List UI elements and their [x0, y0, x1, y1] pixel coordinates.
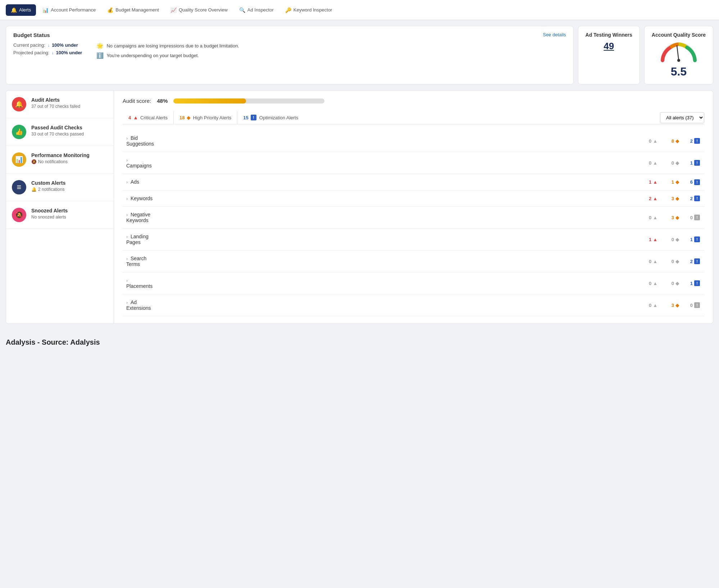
chevron-right-icon: ›: [126, 158, 129, 163]
source-text: Adalysis - Source: Adalysis: [0, 330, 719, 355]
diamond-orange-icon: ◆: [675, 179, 679, 185]
row-label: Bid Suggestions: [126, 135, 154, 147]
optimization-count-cell: 2 !: [690, 258, 701, 264]
current-pacing-value: 100% under: [52, 42, 78, 48]
optimization-count-cell: 1 !: [690, 280, 701, 286]
filter-critical[interactable]: 4 ▲ Critical Alerts: [123, 111, 174, 124]
snoozed-alerts-title: Snoozed Alerts: [31, 208, 68, 213]
triangle-gray-icon: ▲: [653, 160, 657, 166]
triangle-red-icon: ▲: [653, 237, 657, 242]
audit-progress-bar: [173, 98, 324, 104]
see-details-link[interactable]: See details: [543, 32, 566, 37]
optimization-badge-icon: !: [251, 115, 256, 120]
high-count-cell: 0 ◆: [672, 237, 679, 242]
triangle-red-icon: ▲: [653, 179, 657, 185]
sidebar-item-audit-alerts[interactable]: 🔔 Audit Alerts 37 out of 70 checks faile…: [6, 91, 114, 118]
chevron-right-icon: ›: [126, 136, 129, 141]
info-icon: ℹ️: [96, 52, 104, 59]
tab-keyword-inspector[interactable]: 🔑 Keyword Inspector: [280, 4, 337, 16]
opt-badge-icon: !: [694, 138, 700, 144]
tab-quality-score[interactable]: 📈 Quality Score Overview: [165, 4, 233, 16]
diamond-gray-icon: ◆: [675, 281, 679, 286]
passed-audit-title: Passed Audit Checks: [31, 125, 84, 130]
projected-pacing-value: 100% under: [56, 50, 82, 55]
tab-budget-management[interactable]: 💰 Budget Management: [102, 4, 164, 16]
table-row[interactable]: › Search Terms0 ▲0 ◆2 !: [123, 251, 704, 272]
audit-alerts-title: Audit Alerts: [31, 97, 80, 103]
triangle-gray-icon: ▲: [653, 303, 657, 308]
filter-optimization[interactable]: 15 ! Optimization Alerts: [237, 111, 304, 124]
quality-score-title: Account Quality Score: [652, 32, 706, 38]
high-count-cell: 0 ◆: [672, 259, 679, 264]
optimization-count-cell: 0 !: [690, 302, 701, 308]
optimization-count-cell: 6 !: [690, 179, 701, 185]
table-row[interactable]: › Keywords2 ▲3 ◆2 !: [123, 190, 704, 207]
row-label: Search Terms: [126, 256, 146, 267]
custom-alerts-subtitle: 🔔 2 notifications: [31, 187, 65, 192]
audit-progress-fill: [173, 98, 246, 104]
budget-card-header: Budget Status See details: [13, 32, 566, 38]
budget-icon: 💰: [107, 7, 113, 13]
performance-monitoring-title: Performance Monitoring: [31, 152, 90, 158]
chevron-right-icon: ›: [126, 234, 129, 239]
audit-score-value: 48%: [157, 98, 168, 104]
tab-quality-score-label: Quality Score Overview: [179, 7, 228, 13]
optimization-count-cell: 2 !: [690, 138, 701, 144]
triangle-red-icon: ▲: [653, 196, 657, 201]
diamond-gray-icon: ◆: [675, 237, 679, 242]
performance-monitoring-subtitle: 🔕 No notifications: [31, 159, 90, 164]
audit-alerts-icon: 🔔: [12, 97, 26, 111]
optimization-count: 15: [243, 115, 248, 120]
table-row[interactable]: › Ad Extensions0 ▲3 ◆0 !: [123, 294, 704, 316]
critical-triangle-icon: ▲: [133, 115, 138, 120]
sidebar-item-custom-alerts[interactable]: ≡ Custom Alerts 🔔 2 notifications: [6, 174, 114, 201]
audit-table: › Bid Suggestions0 ▲8 ◆2 !› Campaigns0 ▲…: [123, 130, 704, 316]
optimization-label: Optimization Alerts: [259, 115, 298, 120]
budget-note-2-text: You're underspending on your target budg…: [106, 53, 199, 58]
triangle-gray-icon: ▲: [653, 215, 657, 220]
table-row[interactable]: › Placements0 ▲0 ◆1 !: [123, 272, 704, 294]
projected-pacing-arrow-icon: ↓: [51, 50, 54, 55]
tab-ad-inspector-label: Ad Inspector: [247, 7, 274, 13]
tab-account-performance[interactable]: 📊 Account Performance: [37, 4, 101, 16]
critical-count-cell: 0 ▲: [649, 281, 657, 286]
diamond-gray-icon: ◆: [675, 259, 679, 264]
performance-monitoring-text: Performance Monitoring 🔕 No notification…: [31, 152, 90, 164]
sidebar-item-snoozed-alerts[interactable]: 🔕 Snoozed Alerts No snoozed alerts: [6, 201, 114, 229]
sidebar-item-passed-audit[interactable]: 👍 Passed Audit Checks 33 out of 70 check…: [6, 118, 114, 146]
critical-count-cell: 1 ▲: [649, 179, 657, 185]
performance-monitoring-icon: 📊: [12, 152, 26, 167]
passed-audit-icon: 👍: [12, 125, 26, 139]
critical-label: Critical Alerts: [140, 115, 168, 120]
keyword-icon: 🔑: [285, 7, 291, 13]
budget-pacing: Current pacing: ↓ 100% under Projected p…: [13, 42, 82, 55]
chart-icon-1: 📊: [42, 7, 49, 13]
table-row[interactable]: › Landing Pages1 ▲0 ◆1 !: [123, 229, 704, 251]
filter-high[interactable]: 18 ◆ High Priority Alerts: [174, 111, 237, 124]
chevron-right-icon: ›: [126, 278, 129, 283]
projected-pacing-label: Projected pacing:: [13, 50, 49, 55]
alerts-section: 🔔 Audit Alerts 37 out of 70 checks faile…: [6, 90, 713, 324]
notif-bell-icon: 🔔: [31, 187, 37, 192]
diamond-orange-icon: ◆: [675, 196, 679, 201]
alerts-filter-dropdown[interactable]: All alerts (37): [660, 112, 704, 123]
tab-ad-inspector[interactable]: 🔍 Ad Inspector: [234, 4, 279, 16]
current-pacing-label: Current pacing:: [13, 42, 45, 48]
high-count: 18: [179, 115, 185, 120]
opt-badge-icon: !: [694, 196, 700, 201]
table-row[interactable]: › Campaigns0 ▲0 ◆1 !: [123, 152, 704, 174]
ad-testing-value[interactable]: 49: [604, 41, 614, 52]
optimization-count-cell: 1 !: [690, 236, 701, 242]
optimization-count-cell: 1 !: [690, 160, 701, 166]
quality-score-value: 5.5: [671, 65, 687, 78]
table-row[interactable]: › Negative Keywords0 ▲3 ◆0 !: [123, 207, 704, 229]
budget-title: Budget Status: [13, 32, 50, 38]
table-row[interactable]: › Ads1 ▲1 ◆6 !: [123, 174, 704, 190]
table-row[interactable]: › Bid Suggestions0 ▲8 ◆2 !: [123, 130, 704, 152]
custom-alerts-icon: ≡: [12, 180, 26, 194]
opt-badge-icon: !: [694, 179, 700, 185]
tab-alerts[interactable]: 🔔 Alerts: [6, 4, 36, 16]
audit-alerts-subtitle: 37 out of 70 checks failed: [31, 104, 80, 109]
sidebar-item-performance-monitoring[interactable]: 📊 Performance Monitoring 🔕 No notificati…: [6, 146, 114, 174]
critical-count: 4: [128, 115, 131, 120]
